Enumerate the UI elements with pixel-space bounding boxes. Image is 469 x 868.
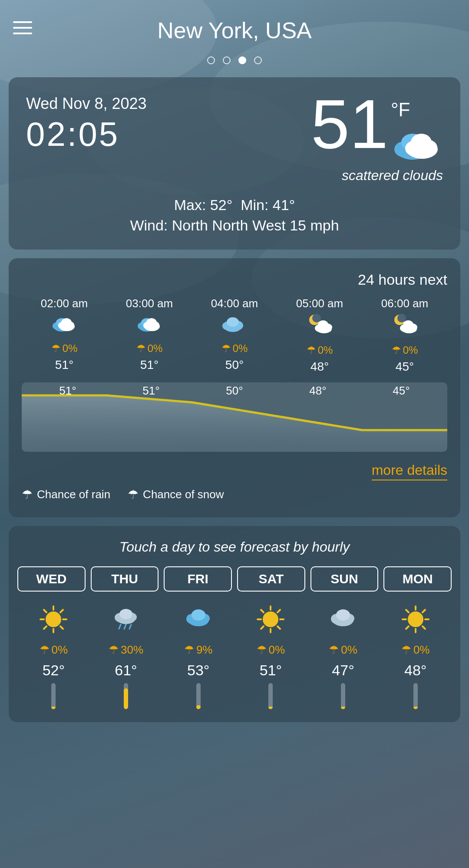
svg-point-29 bbox=[312, 314, 321, 322]
day-progress-bars bbox=[17, 683, 452, 709]
hourly-forecast-card: 24 hours next 02:00 am bbox=[9, 258, 460, 517]
legend-rain-label: Chance of rain bbox=[37, 488, 110, 501]
tab-thu[interactable]: THU bbox=[91, 566, 159, 592]
city-title: New York, USA bbox=[157, 17, 312, 43]
svg-line-80 bbox=[423, 626, 425, 629]
hour-rain-1: ☂0% bbox=[51, 342, 78, 355]
max-min-temp: Max: 52° Min: 41° bbox=[26, 197, 443, 214]
tab-fri[interactable]: FRI bbox=[164, 566, 232, 592]
svg-point-39 bbox=[403, 320, 413, 329]
temperature-section: 51 °F bbox=[311, 95, 443, 184]
dot-2[interactable] bbox=[223, 56, 231, 64]
day-wed: ☂0% 52° bbox=[17, 605, 90, 679]
tab-sat[interactable]: SAT bbox=[237, 566, 305, 592]
hour-item-4: 05:00 am ☂0% 48° bbox=[277, 297, 362, 374]
dot-4[interactable] bbox=[254, 56, 262, 64]
day-temp-wed: 52° bbox=[43, 662, 65, 679]
hour-rain-5: ☂0% bbox=[392, 344, 418, 356]
tab-mon[interactable]: MON bbox=[383, 566, 452, 592]
day-temp-fri: 53° bbox=[187, 662, 209, 679]
temperature-unit: °F bbox=[391, 99, 410, 121]
daily-weather-row: ☂0% 52° bbox=[17, 605, 452, 679]
svg-line-82 bbox=[406, 626, 409, 629]
svg-point-27 bbox=[227, 317, 239, 327]
more-details-row: more details bbox=[22, 462, 447, 480]
date-time-section: Wed Nov 8, 2023 02:05 bbox=[26, 95, 311, 151]
daily-touch-hint: Touch a day to see forecast by hourly bbox=[17, 539, 452, 555]
svg-line-56 bbox=[129, 625, 131, 629]
menu-button[interactable] bbox=[13, 17, 32, 38]
day-thu: ☂30% 61° bbox=[90, 605, 162, 679]
daily-forecast-section: Touch a day to see forecast by hourly WE… bbox=[9, 526, 460, 722]
hour-time-2: 03:00 am bbox=[126, 297, 173, 310]
hour-icon-2 bbox=[136, 314, 162, 339]
weather-icon-main bbox=[391, 128, 443, 162]
umbrella-snow-icon: ☂ bbox=[128, 487, 139, 502]
time-label: 02:05 bbox=[26, 117, 311, 151]
day-rain-fri: ☂9% bbox=[184, 643, 213, 657]
bar-mon bbox=[379, 683, 452, 709]
weather-description: scattered clouds bbox=[342, 168, 443, 184]
svg-line-54 bbox=[119, 625, 121, 629]
day-icon-thu bbox=[111, 605, 141, 640]
temperature-value: 51 bbox=[311, 95, 388, 154]
day-rain-wed: ☂0% bbox=[40, 643, 68, 657]
hour-item-1: 02:00 am ☂0% 51° bbox=[22, 297, 107, 374]
hour-temp-4: 48° bbox=[310, 360, 329, 374]
svg-line-47 bbox=[60, 626, 63, 629]
svg-marker-40 bbox=[22, 395, 447, 452]
hour-temp-5: 45° bbox=[396, 360, 414, 374]
hour-temp-2: 51° bbox=[140, 358, 159, 372]
svg-point-53 bbox=[119, 609, 132, 619]
dot-1[interactable] bbox=[207, 56, 215, 64]
svg-point-74 bbox=[408, 612, 423, 627]
day-sat: ☂0% 51° bbox=[234, 605, 307, 679]
day-icon-wed bbox=[39, 605, 68, 640]
svg-point-60 bbox=[192, 609, 205, 621]
current-weather-card: Wed Nov 8, 2023 02:05 51 °F bbox=[9, 77, 460, 250]
hour-rain-2: ☂0% bbox=[136, 342, 163, 355]
svg-point-33 bbox=[318, 320, 328, 329]
day-icon-sat bbox=[256, 605, 285, 640]
hour-icon-3 bbox=[221, 314, 248, 339]
tab-wed[interactable]: WED bbox=[17, 566, 86, 592]
svg-line-49 bbox=[44, 626, 46, 629]
hour-icon-5 bbox=[392, 314, 418, 341]
day-rain-sun: ☂0% bbox=[329, 643, 357, 657]
bar-sun bbox=[307, 683, 380, 709]
umbrella-rain-icon: ☂ bbox=[22, 487, 33, 502]
temperature-graph: 51° 51° 50° 48° 45° bbox=[22, 382, 447, 452]
svg-line-69 bbox=[261, 626, 264, 629]
tab-sun[interactable]: SUN bbox=[310, 566, 379, 592]
svg-line-46 bbox=[44, 610, 46, 612]
page-indicator bbox=[0, 52, 469, 77]
hour-temp-3: 50° bbox=[225, 358, 244, 372]
hour-icon-4 bbox=[307, 314, 333, 341]
bar-sat bbox=[234, 683, 307, 709]
svg-line-81 bbox=[423, 610, 425, 612]
day-temp-thu: 61° bbox=[115, 662, 137, 679]
day-icon-mon bbox=[401, 605, 430, 640]
hour-time-1: 02:00 am bbox=[41, 297, 88, 310]
hour-icon-1 bbox=[51, 314, 77, 339]
date-label: Wed Nov 8, 2023 bbox=[26, 95, 311, 113]
svg-point-61 bbox=[263, 612, 278, 627]
hourly-row: 02:00 am ☂0% 51° bbox=[22, 297, 447, 374]
svg-line-67 bbox=[277, 626, 280, 629]
hour-temp-1: 51° bbox=[55, 358, 73, 372]
bar-wed bbox=[17, 683, 90, 709]
bar-fri bbox=[162, 683, 234, 709]
day-icon-fri bbox=[184, 605, 213, 640]
svg-line-55 bbox=[124, 625, 126, 629]
day-icon-sun bbox=[328, 605, 358, 640]
weather-details: Max: 52° Min: 41° Wind: North North West… bbox=[26, 197, 443, 234]
more-details-link[interactable]: more details bbox=[372, 462, 447, 480]
hour-item-2: 03:00 am ☂0% 51° bbox=[107, 297, 192, 374]
wind-info: Wind: North North West 15 mph bbox=[26, 217, 443, 234]
dot-3[interactable] bbox=[238, 56, 246, 64]
legend-rain: ☂ Chance of rain bbox=[22, 487, 110, 502]
hour-time-5: 06:00 am bbox=[381, 297, 428, 310]
hour-item-3: 04:00 am ☂0% 50° bbox=[192, 297, 277, 374]
day-temp-sat: 51° bbox=[260, 662, 282, 679]
day-rain-mon: ☂0% bbox=[401, 643, 430, 657]
